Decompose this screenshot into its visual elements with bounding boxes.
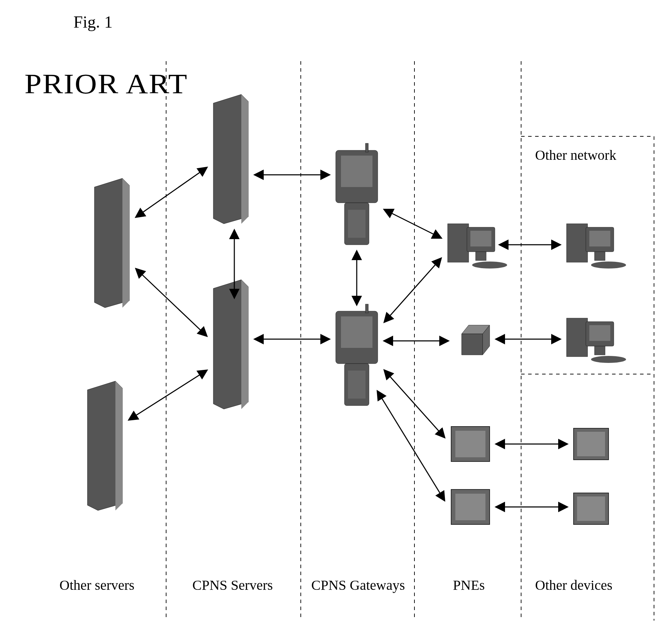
svg-line-44: [136, 168, 206, 217]
svg-rect-19: [467, 227, 495, 252]
diagram-page: Fig. 1 PRIOR ART Other network Other ser…: [0, 0, 668, 644]
svg-rect-10: [344, 203, 369, 245]
svg-rect-9: [341, 156, 372, 187]
svg-rect-42: [574, 493, 609, 524]
svg-rect-32: [589, 231, 610, 246]
pne-pc: [448, 224, 507, 269]
svg-rect-18: [448, 224, 469, 262]
svg-rect-41: [577, 432, 605, 456]
svg-rect-11: [348, 210, 365, 238]
svg-rect-17: [365, 304, 368, 313]
svg-line-52: [385, 259, 441, 322]
svg-marker-0: [94, 178, 129, 308]
other-tile-2: [574, 493, 609, 524]
svg-line-54: [385, 371, 444, 437]
svg-marker-1: [122, 178, 129, 308]
svg-marker-3: [115, 381, 122, 510]
svg-rect-20: [470, 231, 491, 246]
svg-line-51: [385, 210, 441, 238]
region-other-network-label: Other network: [535, 147, 616, 163]
svg-rect-36: [586, 322, 614, 346]
column-pnes-label: PNEs: [453, 577, 485, 593]
svg-marker-7: [241, 280, 248, 409]
svg-rect-35: [567, 318, 588, 357]
cpns-server-1: [213, 94, 248, 224]
svg-marker-6: [213, 280, 248, 409]
figure-label: Fig. 1: [73, 12, 113, 31]
column-cpns-servers-label: CPNS Servers: [192, 577, 273, 593]
other-tile-1: [574, 428, 609, 460]
other-pc-1: [567, 224, 626, 269]
svg-rect-37: [589, 325, 610, 341]
svg-rect-30: [567, 224, 588, 262]
column-cpns-gateways-label: CPNS Gateways: [311, 577, 405, 593]
column-other-servers-label: Other servers: [59, 577, 134, 593]
svg-marker-24: [462, 334, 483, 355]
column-other-devices-label: Other devices: [535, 577, 612, 593]
prior-art-label: PRIOR ART: [24, 68, 188, 100]
pne-cube: [462, 325, 490, 355]
svg-marker-23: [462, 325, 490, 334]
svg-rect-40: [574, 428, 609, 460]
svg-rect-27: [455, 431, 485, 457]
pne-tile-2: [451, 489, 490, 524]
svg-marker-4: [213, 94, 248, 224]
svg-point-39: [591, 356, 626, 363]
svg-point-34: [591, 262, 626, 269]
svg-rect-14: [341, 316, 372, 348]
other-pc-2: [567, 318, 626, 363]
svg-rect-29: [455, 494, 485, 520]
svg-rect-33: [595, 252, 605, 260]
cpns-gateway-1: [336, 143, 378, 245]
svg-rect-43: [577, 496, 605, 521]
svg-line-45: [136, 269, 206, 336]
svg-rect-26: [451, 427, 490, 461]
svg-rect-8: [336, 150, 378, 203]
svg-rect-31: [586, 227, 614, 252]
pne-tile-1: [451, 427, 490, 461]
other-server-2: [87, 381, 122, 510]
svg-rect-21: [476, 252, 486, 260]
arrows: [129, 168, 567, 507]
svg-rect-28: [451, 489, 490, 524]
svg-marker-5: [241, 94, 248, 224]
svg-line-55: [378, 392, 444, 500]
cpns-gateway-2: [336, 304, 378, 406]
svg-rect-16: [348, 371, 365, 399]
svg-point-22: [472, 262, 507, 269]
svg-line-46: [129, 371, 206, 420]
svg-rect-13: [336, 311, 378, 364]
svg-marker-25: [483, 325, 490, 355]
cpns-server-2: [213, 280, 248, 409]
svg-marker-2: [87, 381, 122, 510]
svg-rect-12: [365, 143, 368, 152]
svg-rect-38: [595, 346, 605, 355]
other-server-1: [94, 178, 129, 308]
svg-rect-15: [344, 364, 369, 406]
